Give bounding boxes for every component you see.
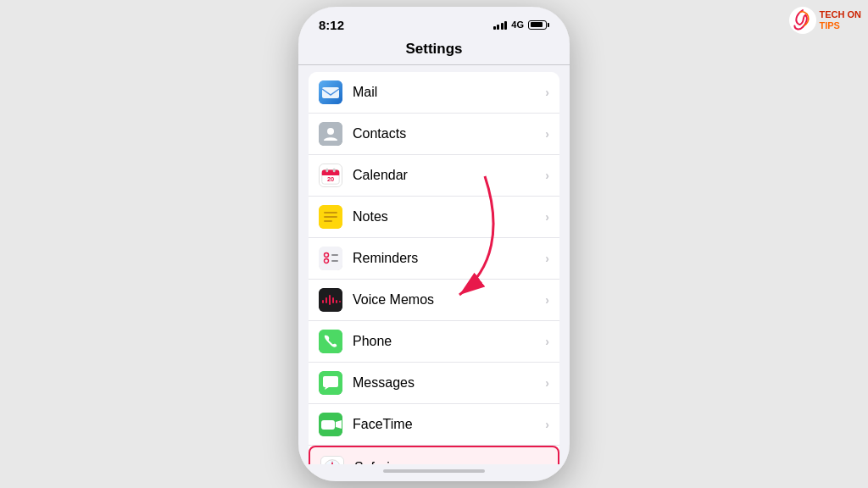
svg-rect-16: [319, 247, 342, 270]
page-header: Settings: [298, 37, 570, 65]
signal-bar-2: [497, 25, 499, 30]
mail-label: Mail: [353, 85, 545, 100]
network-badge: 4G: [511, 19, 524, 30]
messages-chevron: ›: [545, 376, 549, 390]
signal-bar-4: [504, 21, 507, 30]
settings-item-mail[interactable]: Mail›: [309, 72, 559, 114]
mail-app-icon: [319, 80, 342, 104]
settings-item-safari[interactable]: Safari›: [309, 446, 559, 464]
notes-chevron: ›: [545, 210, 549, 224]
svg-rect-23: [326, 297, 327, 303]
voice-memos-app-icon: [319, 288, 342, 312]
status-icons: 4G: [493, 19, 549, 30]
settings-item-reminders[interactable]: Reminders›: [309, 238, 559, 280]
settings-item-voice-memos[interactable]: Voice Memos›: [309, 280, 559, 321]
phone-chevron: ›: [545, 335, 549, 348]
status-bar: 8:12 4G: [298, 7, 570, 37]
svg-rect-27: [339, 301, 341, 302]
contacts-chevron: ›: [545, 127, 549, 141]
settings-list[interactable]: Mail›Contacts›20Calendar›Notes›Reminders…: [298, 65, 570, 464]
messages-label: Messages: [353, 375, 545, 391]
facetime-label: FaceTime: [353, 417, 545, 432]
settings-item-notes[interactable]: Notes›: [309, 197, 559, 238]
messages-app-icon: [319, 371, 342, 395]
battery-icon: [528, 20, 549, 30]
settings-item-phone[interactable]: Phone›: [309, 321, 559, 363]
calendar-app-icon: 20: [319, 164, 342, 187]
notes-label: Notes: [353, 209, 545, 225]
calendar-chevron: ›: [545, 169, 549, 182]
facetime-app-icon: [319, 413, 342, 436]
svg-rect-15: [324, 220, 332, 222]
svg-rect-20: [331, 260, 338, 262]
phone-label: Phone: [353, 334, 545, 349]
svg-rect-31: [321, 420, 335, 430]
settings-group-apps: Mail›Contacts›20Calendar›Notes›Reminders…: [309, 72, 559, 464]
signal-bar-3: [501, 23, 504, 30]
svg-rect-24: [329, 295, 331, 305]
svg-rect-10: [326, 169, 328, 173]
reminders-label: Reminders: [353, 251, 545, 266]
calendar-label: Calendar: [353, 168, 545, 183]
svg-text:20: 20: [327, 175, 334, 183]
svg-rect-22: [322, 300, 324, 303]
safari-chevron: ›: [543, 461, 548, 464]
settings-item-facetime[interactable]: FaceTime›: [309, 404, 559, 446]
svg-rect-28: [319, 330, 342, 353]
svg-rect-2: [322, 87, 339, 98]
contacts-app-icon: [319, 122, 342, 146]
phone-frame: 8:12 4G Settings Mail›Contacts›20Calenda…: [298, 7, 570, 481]
signal-bars-icon: [493, 19, 508, 30]
watermark: TECH ONTIPS: [789, 7, 862, 34]
contacts-label: Contacts: [353, 126, 545, 141]
battery-fill: [531, 22, 542, 27]
notes-app-icon: [319, 205, 342, 229]
settings-item-contacts[interactable]: Contacts›: [309, 114, 559, 155]
battery-tip: [548, 23, 549, 27]
battery-body: [528, 20, 547, 30]
svg-point-4: [327, 128, 334, 135]
voice-memos-label: Voice Memos: [353, 292, 545, 308]
status-time: 8:12: [319, 18, 344, 32]
safari-label: Safari: [354, 460, 543, 464]
safari-app-icon: [320, 456, 344, 464]
home-bar: [383, 469, 485, 473]
svg-rect-26: [336, 300, 337, 303]
facetime-chevron: ›: [545, 418, 549, 431]
svg-rect-11: [333, 169, 336, 173]
signal-bar-1: [493, 26, 496, 30]
watermark-text: TECH ONTIPS: [820, 9, 862, 31]
svg-rect-25: [332, 297, 334, 303]
svg-rect-14: [324, 216, 337, 218]
home-indicator: [298, 464, 570, 481]
watermark-logo-icon: [789, 7, 816, 34]
settings-item-messages[interactable]: Messages›: [309, 363, 559, 404]
voice-memos-chevron: ›: [545, 293, 549, 307]
svg-rect-19: [331, 254, 338, 256]
phone-app-icon: [319, 330, 342, 353]
reminders-app-icon: [319, 247, 342, 270]
svg-rect-13: [324, 212, 337, 214]
page-title: Settings: [405, 41, 462, 57]
reminders-chevron: ›: [545, 252, 549, 265]
mail-chevron: ›: [545, 86, 549, 99]
settings-item-calendar[interactable]: 20Calendar›: [309, 155, 559, 197]
